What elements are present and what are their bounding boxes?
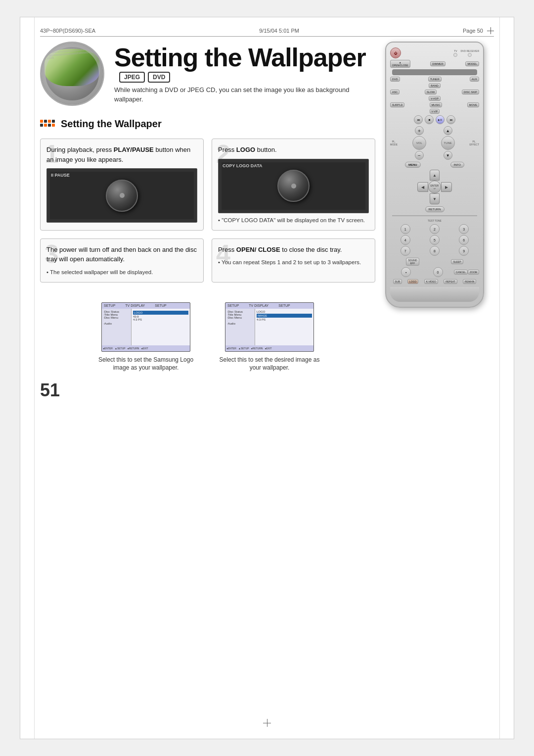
title-badges: JPEG DVD xyxy=(119,72,170,83)
num-9-button[interactable]: 9 xyxy=(459,246,469,256)
remote-power-row: ⏻ TV DVD RECEIVER xyxy=(390,47,479,58)
section-header: Setting the Wallpaper xyxy=(40,116,375,132)
main-content: 0101010101010101010101010101010101010101… xyxy=(40,42,494,401)
stop-button[interactable]: ⏹ xyxy=(425,115,434,124)
header-right: Page 50 xyxy=(463,28,483,34)
num-6-button[interactable]: 6 xyxy=(459,235,469,245)
remote-menu-row: MENU INFO xyxy=(390,162,479,168)
asc-button[interactable]: ASC xyxy=(390,90,400,94)
icon-dot xyxy=(48,124,51,127)
music-button[interactable]: MUSIC xyxy=(430,102,443,107)
sound-eff-button[interactable]: SOUNDEFF xyxy=(406,258,419,266)
page-number: 51 xyxy=(40,380,375,401)
vvip-button[interactable]: V-VIP xyxy=(430,109,440,114)
return-button[interactable]: RETURN xyxy=(425,206,445,212)
step-2-box: 2 Press LOGO button. COPY LOGO DATA "COP… xyxy=(212,139,375,231)
step-1-screen-label: II PAUSE xyxy=(51,173,70,178)
screenshot-1-footer: ●ENTER▲SETUP●RETURN●EXIT xyxy=(102,345,190,351)
pl-effect-label: PL.EFFECT xyxy=(470,140,479,146)
screenshot-2: SETUPTV DISPLAYSETUP ·Disc Status ·Title… xyxy=(225,302,314,352)
num-4-button[interactable]: 4 xyxy=(400,235,410,245)
cancel-button[interactable]: CANCEL xyxy=(454,270,468,275)
step-3-box: 3 The power will turn off and then back … xyxy=(40,238,204,283)
dpad-down-button[interactable]: ▼ xyxy=(430,193,440,204)
next-button[interactable]: ⏭ xyxy=(446,115,455,124)
menu-button[interactable]: MENU xyxy=(405,162,421,168)
icon-dot xyxy=(52,124,55,127)
num-3-button[interactable]: 3 xyxy=(459,224,469,234)
prev-button[interactable]: ⏮ xyxy=(414,115,423,124)
main-title: Setting the Wallpaper xyxy=(114,44,366,72)
power-button[interactable]: ⏻ xyxy=(390,47,401,58)
num-0-button[interactable]: 0 xyxy=(433,267,443,277)
section-icon xyxy=(40,116,56,132)
band-button[interactable]: BAND xyxy=(429,83,440,88)
screenshot-2-caption: Select this to set the desired image as … xyxy=(215,356,324,373)
aux-button[interactable]: AUX xyxy=(470,77,479,82)
vol-up-button[interactable]: + xyxy=(415,126,424,135)
tuner-button[interactable]: TUNER xyxy=(428,77,442,82)
remote-control: ⏻ TV DVD RECEIVER ▲OPEN/CLOSE xyxy=(385,42,484,308)
step-2-note: "COPY LOGO DATA" will be displayed on th… xyxy=(218,216,369,224)
repeat-button[interactable]: REPEAT xyxy=(444,279,457,284)
margin-line-left xyxy=(34,17,35,739)
num-1-button[interactable]: 1 xyxy=(400,224,410,234)
info-button[interactable]: INFO xyxy=(450,162,464,168)
move-button[interactable]: MOVE xyxy=(467,102,479,107)
header-left: 43P~80P(DS690)-SEA xyxy=(40,28,95,34)
remote-row-3: BAND xyxy=(390,83,479,88)
num-5-button[interactable]: 5 xyxy=(430,235,440,245)
step-3-content: The power will turn off and then back on… xyxy=(46,245,197,276)
tv-label: TV xyxy=(454,49,457,52)
dimmer-button[interactable]: DIMMER xyxy=(430,61,445,66)
logo-button[interactable]: LOGO xyxy=(407,279,418,284)
vol-down-button[interactable]: − xyxy=(415,151,424,160)
remote-row-7: V-VIP xyxy=(390,109,479,114)
icon-dot xyxy=(52,120,55,123)
tune-up-button[interactable]: ▲ xyxy=(444,126,452,135)
volume-knob[interactable]: VOL xyxy=(412,136,426,150)
play-pause-button[interactable]: ▶⏸ xyxy=(436,115,445,124)
step-2-text: Press LOGO button. xyxy=(218,145,369,155)
dpad-up-button[interactable]: ▲ xyxy=(430,170,440,181)
tune-down-button[interactable]: ▼ xyxy=(444,151,452,160)
vasp-button[interactable]: V-ASP xyxy=(429,96,441,101)
step-4-box: 4 Press OPEN/ CLOSE to close the disc tr… xyxy=(212,238,375,283)
step-3-note: The selected wallpaper will be displayed… xyxy=(46,268,197,276)
num-clear-button[interactable]: • xyxy=(401,267,411,277)
screenshot-group-1: SETUPTV DISPLAYSETUP ·Disc Status ·Title… xyxy=(91,302,200,373)
sub-button[interactable]: SUB xyxy=(393,279,402,284)
num-8-button[interactable]: 8 xyxy=(430,246,440,256)
zoom-button[interactable]: ZOOM xyxy=(468,270,479,275)
test-tone-label: TEST TONE xyxy=(428,219,442,222)
subtitle-text: While watching a DVD or JPEG CD, you can… xyxy=(114,86,375,103)
kvideo-button[interactable]: K.VIDEO xyxy=(424,279,438,284)
disc-skip-button[interactable]: DISC SKIP xyxy=(462,90,479,94)
step-2-disc xyxy=(277,170,310,202)
num-2-button[interactable]: 2 xyxy=(430,224,440,234)
slow-button[interactable]: SLOW xyxy=(425,90,437,94)
screenshot-2-footer: ●ENTER▲SETUP●RETURN●EXIT xyxy=(225,345,313,351)
dpad-right-button[interactable]: ▶ xyxy=(441,182,452,192)
enter-button[interactable]: ENTER↩ xyxy=(428,181,441,193)
num-7-button[interactable]: 7 xyxy=(400,246,410,256)
dvd-button[interactable]: DVD xyxy=(390,77,400,82)
screenshot-2-menu-bar: SETUPTV DISPLAYSETUP xyxy=(225,303,313,309)
remote-bottom xyxy=(390,287,479,302)
open-close-button[interactable]: ▲OPEN/CLOSE xyxy=(390,60,410,68)
screenshot-2-highlight: IMAGE xyxy=(257,314,312,318)
icon-dot xyxy=(44,124,47,127)
remote-row-2: DVD TUNER AUX xyxy=(390,77,479,82)
surround-button[interactable]: SURP'LD xyxy=(390,102,404,107)
step-4-note: You can repeat Steps 1 and 2 to set up t… xyxy=(218,258,369,266)
remain-button[interactable]: REMAIN xyxy=(463,279,476,284)
bottom-section: SETUPTV DISPLAYSETUP ·Disc Status ·Title… xyxy=(40,292,375,373)
title-text-area: Setting the Wallpaper JPEG DVD While wat… xyxy=(99,44,375,104)
binary-ring: 0101010101010101010101010101010101010101… xyxy=(37,38,108,110)
icon-dot xyxy=(40,120,43,123)
dpad-left-button[interactable]: ◀ xyxy=(417,182,428,192)
tune-knob[interactable]: TUNE xyxy=(441,136,455,150)
section-title: Setting the Wallpaper xyxy=(61,118,162,130)
sleep-button[interactable]: SLEEP xyxy=(451,259,463,264)
model-button[interactable]: MODEL xyxy=(465,61,479,66)
